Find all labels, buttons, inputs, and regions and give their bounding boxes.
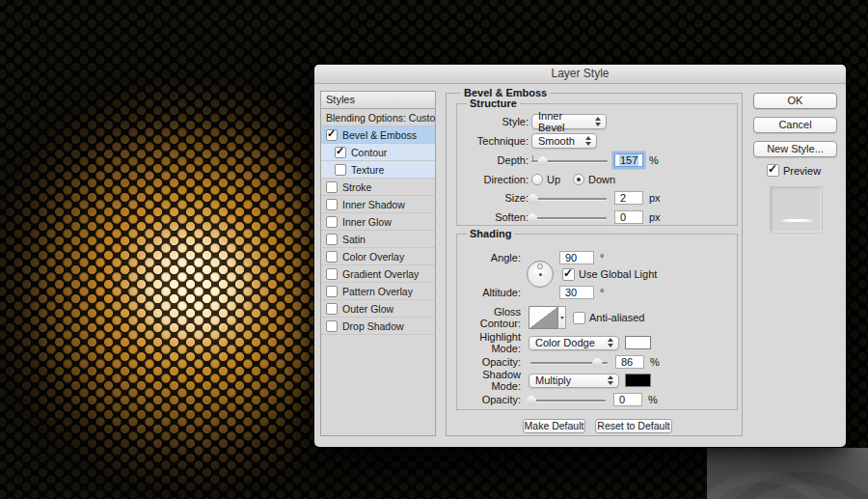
style-effect-label: Inner Glow [342, 216, 392, 228]
shadow-opacity-track[interactable] [529, 400, 606, 402]
highlight-opacity-slider[interactable] [530, 357, 608, 368]
styles-list-item-stroke[interactable]: Stroke [321, 179, 435, 196]
styles-list-item-bevel-emboss[interactable]: Bevel & Emboss [321, 126, 435, 144]
cancel-button[interactable]: Cancel [753, 117, 837, 133]
styles-list-item-blending-options-custom[interactable]: Blending Options: Custom [321, 109, 435, 126]
style-dropdown[interactable]: Inner Bevel [531, 114, 607, 129]
style-effect-checkbox[interactable] [335, 164, 346, 176]
size-slider-thumb[interactable] [528, 194, 538, 204]
style-effect-checkbox[interactable] [326, 181, 338, 193]
shadow-opacity-label: Opacity: [457, 394, 521, 405]
style-effect-checkbox[interactable] [335, 147, 346, 158]
style-effect-checkbox[interactable] [326, 303, 338, 315]
direction-up-radio[interactable] [531, 174, 543, 185]
styles-list-item-gradient-overlay[interactable]: Gradient Overlay [321, 265, 435, 283]
technique-dropdown[interactable]: Smooth [531, 133, 597, 149]
gloss-contour-thumbnail[interactable] [529, 306, 558, 329]
size-slider-track[interactable] [529, 198, 607, 200]
style-effect-checkbox[interactable] [326, 234, 338, 245]
soften-slider[interactable] [529, 212, 607, 223]
size-unit: px [649, 192, 661, 204]
styles-panel: Styles Blending Options: CustomBevel & E… [320, 91, 436, 436]
bevel-emboss-panel: Bevel & Emboss Structure Style: Inner Be… [446, 93, 743, 436]
style-effect-label: Gradient Overlay [342, 268, 419, 280]
screen: Layer Style Styles Blending Options: Cus… [0, 0, 868, 499]
depth-row: Depth: 157 % [457, 152, 659, 168]
styles-list-item-outer-glow[interactable]: Outer Glow [321, 300, 435, 318]
depth-value: 157 [619, 154, 638, 166]
style-effect-label: Bevel & Emboss [342, 129, 417, 141]
style-label: Style: [457, 116, 529, 127]
soften-label: Soften: [457, 211, 529, 223]
shading-group: Shading Angle: 90 ° Use Global Light [456, 234, 738, 410]
shadow-opacity-value: 0 [618, 394, 626, 405]
style-effect-label: Blending Options: Custom [326, 112, 436, 124]
size-slider[interactable] [529, 193, 607, 204]
gloss-contour-picker[interactable] [529, 306, 566, 329]
direction-down-radio[interactable] [573, 174, 584, 185]
angle-field[interactable]: 90 [559, 251, 594, 264]
shadow-color-swatch[interactable] [625, 374, 651, 387]
shadow-opacity-slider[interactable] [529, 395, 606, 405]
style-effect-label: Inner Shadow [342, 199, 405, 210]
styles-list-item-color-overlay[interactable]: Color Overlay [321, 248, 435, 265]
preview-thumbnail-line [780, 219, 813, 222]
gloss-contour-label: Gloss Contour: [457, 306, 521, 329]
preview-thumbnail [770, 186, 823, 234]
shadow-mode-dropdown[interactable]: Multiply [529, 374, 619, 388]
soften-row: Soften: 0 px [457, 209, 661, 225]
preview-option: Preview [767, 164, 821, 177]
use-global-light-checkbox[interactable] [562, 268, 575, 281]
altitude-field[interactable]: 30 [559, 286, 594, 299]
highlight-opacity-field[interactable]: 86 [615, 355, 644, 369]
shadow-opacity-thumb[interactable] [526, 396, 536, 405]
use-global-light-row: Use Global Light [457, 266, 657, 282]
soften-slider-thumb[interactable] [527, 213, 537, 223]
dialog-titlebar[interactable]: Layer Style [314, 65, 846, 84]
dropdown-arrows-icon [608, 338, 614, 347]
style-effect-checkbox[interactable] [326, 320, 338, 332]
technique-dropdown-value: Smooth [538, 135, 575, 147]
highlight-opacity-unit: % [650, 356, 660, 368]
size-field[interactable]: 2 [614, 191, 643, 205]
shadow-mode-row: Shadow Mode: Multiply [457, 373, 651, 388]
depth-field[interactable]: 157 [614, 153, 643, 167]
style-effect-checkbox[interactable] [326, 216, 338, 228]
shading-group-title: Shading [467, 228, 514, 239]
style-effect-checkbox[interactable] [326, 199, 338, 210]
styles-list-item-inner-glow[interactable]: Inner Glow [321, 213, 435, 231]
styles-list-item-texture[interactable]: Texture [321, 161, 435, 179]
gloss-contour-arrow-icon[interactable] [558, 306, 566, 329]
make-default-button[interactable]: Make Default [523, 419, 585, 433]
altitude-value: 30 [564, 287, 578, 298]
layer-style-dialog: Layer Style Styles Blending Options: Cus… [314, 65, 846, 447]
styles-list-item-satin[interactable]: Satin [321, 231, 435, 248]
technique-label: Technique: [457, 135, 529, 147]
highlight-mode-row: Highlight Mode: Color Dodge [457, 335, 651, 350]
preview-checkbox[interactable] [767, 164, 779, 177]
highlight-color-swatch[interactable] [625, 336, 651, 349]
highlight-opacity-thumb[interactable] [592, 358, 603, 368]
styles-list-item-drop-shadow[interactable]: Drop Shadow [321, 318, 435, 335]
soften-slider-track[interactable] [529, 217, 607, 219]
reset-to-default-button[interactable]: Reset to Default [595, 419, 672, 433]
style-effect-checkbox[interactable] [326, 251, 338, 263]
depth-slider[interactable] [531, 155, 608, 166]
styles-list-item-pattern-overlay[interactable]: Pattern Overlay [321, 283, 435, 300]
anti-aliased-checkbox[interactable] [573, 312, 585, 324]
new-style-button[interactable]: New Style... [753, 141, 837, 157]
depth-slider-thumb[interactable] [537, 156, 548, 166]
highlight-mode-dropdown[interactable]: Color Dodge [529, 336, 619, 350]
altitude-row: Altitude: 30 ° [457, 285, 604, 300]
soften-field[interactable]: 0 [614, 210, 643, 224]
canvas-gray-corner [707, 448, 868, 499]
style-effect-checkbox[interactable] [326, 129, 338, 141]
shadow-opacity-field[interactable]: 0 [613, 393, 642, 406]
altitude-unit: ° [600, 287, 604, 298]
ok-button[interactable]: OK [753, 93, 837, 109]
direction-row: Direction: Up Down [457, 172, 615, 187]
style-effect-checkbox[interactable] [326, 286, 338, 297]
style-effect-checkbox[interactable] [326, 268, 338, 280]
styles-list-item-inner-shadow[interactable]: Inner Shadow [321, 196, 435, 213]
styles-list-item-contour[interactable]: Contour [321, 144, 435, 161]
